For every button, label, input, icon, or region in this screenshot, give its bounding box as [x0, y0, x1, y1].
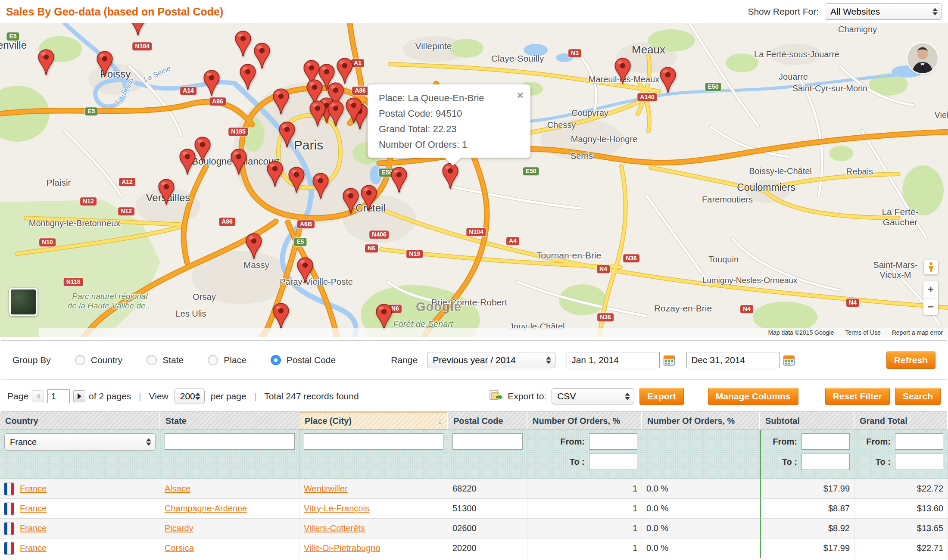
- map-pin[interactable]: [129, 23, 147, 36]
- grand-total-to-input[interactable]: [895, 454, 943, 470]
- state-link[interactable]: Alsace: [165, 484, 190, 494]
- place-filter-input[interactable]: [304, 433, 443, 450]
- orders-from-input[interactable]: [589, 433, 637, 450]
- column-header-subtotal[interactable]: Subtotal: [760, 412, 854, 429]
- export-format-selector[interactable]: CSV: [552, 388, 634, 404]
- page: Sales By Geo-data (based on Postal Code)…: [0, 0, 948, 560]
- radio-group-state: State: [147, 355, 184, 365]
- place-link[interactable]: Vitry-Le-François: [304, 504, 369, 513]
- zoom-out-button[interactable]: −: [923, 299, 938, 315]
- map-pin[interactable]: [288, 167, 305, 193]
- map-pin[interactable]: [375, 304, 393, 330]
- terms-of-use-link[interactable]: Terms of Use: [845, 329, 880, 336]
- map-pin[interactable]: [442, 163, 459, 190]
- grand-total-from-input[interactable]: [895, 433, 943, 450]
- place-link[interactable]: Wentzwiller: [304, 484, 348, 494]
- page-number-input[interactable]: [47, 389, 70, 403]
- map-pin[interactable]: [659, 67, 677, 93]
- map-pin[interactable]: [37, 49, 55, 76]
- map-pin[interactable]: [234, 31, 252, 57]
- map-pin[interactable]: [266, 161, 284, 187]
- country-filter-selector[interactable]: France: [4, 433, 156, 451]
- column-header-state[interactable]: State: [160, 412, 299, 429]
- table-row[interactable]: France Corsica Ville-Di-Pietrabugno 2020…: [0, 538, 948, 558]
- previous-page-button[interactable]: [32, 390, 44, 402]
- map-pin[interactable]: [239, 64, 256, 90]
- export-button[interactable]: Export: [639, 388, 684, 405]
- pegman-button[interactable]: [924, 260, 938, 274]
- state-link[interactable]: Corsica: [165, 543, 194, 553]
- table-row[interactable]: France Alsace Wentzwiller 68220 1 0.0 % …: [0, 479, 948, 499]
- map[interactable]: envillePoissyVillepinteClaye-SouillyMeau…: [0, 23, 948, 337]
- state-link[interactable]: Picardy: [165, 523, 193, 533]
- date-to-input[interactable]: [686, 352, 780, 368]
- map-pin[interactable]: [179, 149, 196, 175]
- next-page-button[interactable]: [73, 390, 85, 402]
- state-link[interactable]: Champagne-Ardenne: [165, 504, 247, 513]
- per-page-selector[interactable]: 200: [175, 389, 205, 404]
- map-pin[interactable]: [158, 179, 175, 205]
- map-pin[interactable]: [96, 51, 113, 78]
- map-pin[interactable]: [345, 97, 362, 124]
- manage-columns-button[interactable]: Manage Columns: [708, 388, 798, 405]
- column-header-grand-total[interactable]: Grand Total: [854, 412, 948, 429]
- refresh-button[interactable]: Refresh: [886, 352, 936, 369]
- place-link[interactable]: Villers-Cotterêts: [304, 523, 365, 533]
- date-from-input[interactable]: [567, 352, 660, 368]
- map-pin[interactable]: [278, 121, 296, 148]
- place-link[interactable]: Ville-Di-Pietrabugno: [304, 543, 380, 553]
- website-selector[interactable]: All Websites: [825, 3, 942, 20]
- search-button[interactable]: Search: [895, 388, 941, 405]
- report-map-error-link[interactable]: Report a map error: [892, 329, 943, 336]
- cell-grand-total: $13.65: [854, 519, 948, 538]
- radio-place[interactable]: [208, 355, 218, 365]
- subtotal-from-input[interactable]: [801, 433, 850, 450]
- map-pin[interactable]: [327, 100, 344, 127]
- radio-postal-code[interactable]: [271, 355, 281, 365]
- country-link[interactable]: France: [20, 484, 47, 494]
- column-header-place-city[interactable]: Place (City) ↓: [299, 412, 448, 429]
- column-header-orders-percent[interactable]: Number Of Orders, %: [642, 412, 760, 429]
- map-pin[interactable]: [272, 88, 290, 115]
- map-pin[interactable]: [245, 233, 262, 260]
- radio-country[interactable]: [75, 355, 85, 365]
- report-grid: Country State Place (City) ↓ Postal Code…: [0, 412, 948, 558]
- map-zoom-control: + −: [923, 281, 938, 315]
- column-header-postal-code[interactable]: Postal Code: [448, 412, 527, 429]
- radio-state[interactable]: [147, 355, 157, 365]
- state-filter-input[interactable]: [165, 433, 295, 450]
- map-pin[interactable]: [614, 58, 631, 84]
- postal-code-filter-input[interactable]: [452, 433, 523, 450]
- subtotal-to-input[interactable]: [801, 454, 850, 470]
- user-avatar[interactable]: [907, 43, 938, 73]
- map-pin[interactable]: [312, 173, 329, 199]
- country-link[interactable]: France: [20, 504, 47, 513]
- reset-filter-button[interactable]: Reset Filter: [825, 388, 890, 405]
- map-pin[interactable]: [296, 257, 314, 284]
- orders-to-input[interactable]: [589, 454, 637, 470]
- satellite-toggle[interactable]: [9, 288, 37, 316]
- map-pin[interactable]: [272, 303, 290, 330]
- table-row[interactable]: France Picardy Villers-Cotterêts 02600 1…: [0, 519, 948, 538]
- country-link[interactable]: France: [20, 523, 47, 533]
- calendar-icon[interactable]: [783, 354, 795, 366]
- map-pin[interactable]: [203, 70, 220, 96]
- column-header-orders[interactable]: Number Of Orders, %: [527, 412, 642, 429]
- map-pin[interactable]: [194, 137, 211, 163]
- export-to-label: Export to:: [508, 391, 546, 401]
- zoom-in-button[interactable]: +: [923, 281, 938, 299]
- select-arrows-icon: [146, 439, 151, 446]
- map-pin[interactable]: [309, 100, 326, 127]
- map-pin[interactable]: [230, 149, 247, 175]
- map-pin[interactable]: [336, 58, 353, 84]
- column-header-country[interactable]: Country: [0, 412, 160, 429]
- table-row[interactable]: France Champagne-Ardenne Vitry-Le-Franço…: [0, 499, 948, 519]
- page-label: Page: [7, 391, 28, 401]
- calendar-icon[interactable]: [663, 354, 675, 366]
- map-pin[interactable]: [342, 188, 359, 215]
- info-window-close-icon[interactable]: ×: [517, 90, 524, 101]
- country-link[interactable]: France: [20, 543, 47, 553]
- range-selector[interactable]: Previous year / 2014: [427, 352, 555, 368]
- map-pin[interactable]: [390, 167, 408, 193]
- map-pin[interactable]: [360, 185, 377, 212]
